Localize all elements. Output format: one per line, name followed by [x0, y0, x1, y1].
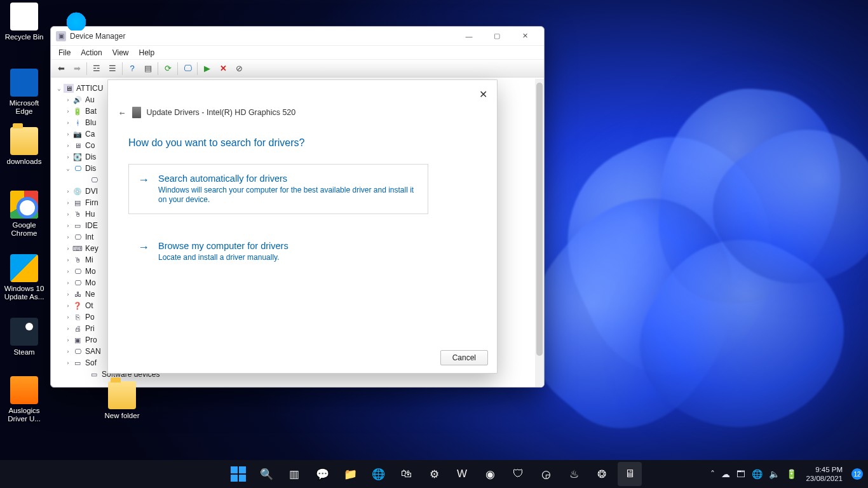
microsoft-edge-icon	[10, 69, 38, 97]
notification-badge[interactable]: 12	[851, 468, 863, 480]
downloads-folder-icon	[10, 127, 38, 155]
tray-icon-1[interactable]: 🗔	[736, 469, 745, 479]
titlebar[interactable]: ▣ Device Manager — ▢ ✕	[51, 27, 544, 46]
maximize-button[interactable]: ▢	[483, 27, 511, 46]
taskbar-auslogics[interactable]: ◶	[534, 462, 558, 486]
taskbar-microsoft-edge[interactable]: 🌐	[366, 462, 390, 486]
icon-label: Microsoft Edge	[1, 99, 47, 116]
option-title: Browse my computer for drivers	[158, 241, 419, 251]
menu-view[interactable]: View	[107, 47, 134, 58]
desktop-icon-microsoft-edge[interactable]: Microsoft Edge	[1, 69, 47, 116]
taskbar-microsoft-store[interactable]: 🛍	[394, 462, 418, 486]
back-arrow-icon[interactable]: ←	[119, 107, 125, 118]
clock[interactable]: 9:45 PM 23/08/2021	[803, 465, 845, 483]
properties-button[interactable]: ▤	[140, 62, 156, 76]
desktop-icon-downloads-folder[interactable]: downloads	[1, 127, 47, 166]
option-description: Locate and install a driver manually.	[158, 253, 419, 262]
taskbar-settings[interactable]: ⚙	[422, 462, 446, 486]
new-folder-icon	[108, 381, 136, 409]
taskbar-google-chrome[interactable]: ◉	[478, 462, 502, 486]
device-icon	[132, 107, 141, 118]
cancel-button[interactable]: Cancel	[440, 350, 488, 365]
desktop-icon-windows-update-assistant[interactable]: Windows 10 Update As...	[1, 254, 47, 301]
google-chrome-icon	[10, 191, 38, 219]
option-search-automatically[interactable]: → Search automatically for drivers Windo…	[128, 164, 428, 214]
arrow-right-icon: →	[138, 241, 149, 254]
toolbar[interactable]: ⬅ ➡ ☲ ☰ ? ▤ ⟳ 🖵 ▶ ✕ ⊘	[51, 60, 544, 78]
taskbar-security[interactable]: 🛡	[506, 462, 530, 486]
taskbar-search[interactable]: 🔍	[254, 462, 278, 486]
taskbar-center: 🔍▥💬📁🌐🛍⚙W◉🛡◶♨❂🖥	[226, 460, 642, 488]
icon-label: Auslogics Driver U...	[1, 407, 47, 423]
option-description: Windows will search your computer for th…	[158, 186, 419, 205]
menu-help[interactable]: Help	[134, 47, 160, 58]
forward-button[interactable]: ➡	[69, 62, 85, 76]
scrollbar[interactable]	[535, 79, 544, 387]
tray-icon-2[interactable]: 🌐	[752, 469, 763, 479]
taskbar-steam[interactable]: ❂	[590, 462, 614, 486]
icon-label: Google Chrome	[1, 221, 47, 238]
taskbar-flame-app[interactable]: ♨	[562, 462, 586, 486]
icon-label: Windows 10 Update As...	[1, 285, 47, 301]
menu-action[interactable]: Action	[76, 47, 107, 58]
taskbar-start[interactable]	[226, 462, 250, 486]
taskbar[interactable]: 🔍▥💬📁🌐🛍⚙W◉🛡◶♨❂🖥 ˄ ☁🗔🌐🔈🔋 9:45 PM 23/08/202…	[0, 460, 868, 488]
icon-label: downloads	[1, 158, 47, 166]
desktop-icon-recycle-bin[interactable]: Recycle Bin	[1, 3, 47, 41]
arrow-right-icon: →	[138, 173, 149, 187]
flame-app-icon	[62, 3, 90, 30]
icon-label: Steam	[1, 348, 47, 356]
steam-icon	[10, 318, 38, 346]
scan-hardware-button[interactable]: 🖵	[180, 62, 195, 76]
taskbar-file-explorer[interactable]: 📁	[338, 462, 362, 486]
desktop-icon-new-folder[interactable]: New folder	[99, 381, 145, 420]
tray-icon-4[interactable]: 🔋	[786, 469, 797, 479]
taskbar-word[interactable]: W	[450, 462, 474, 486]
system-tray[interactable]: ˄ ☁🗔🌐🔈🔋 9:45 PM 23/08/2021 12	[710, 460, 863, 488]
back-button[interactable]: ⬅	[53, 62, 69, 76]
auslogics-driver-updater-icon	[10, 376, 38, 404]
desktop-icon-flame-app[interactable]	[53, 3, 99, 33]
close-button[interactable]: ✕	[511, 27, 539, 46]
taskbar-chat[interactable]: 💬	[310, 462, 334, 486]
desktop-icon-steam[interactable]: Steam	[1, 318, 47, 356]
disable-device-button[interactable]: ⊘	[231, 62, 247, 76]
start-icon	[231, 466, 246, 482]
dialog-heading: How do you want to search for drivers?	[128, 137, 304, 149]
scrollbar-thumb[interactable]	[536, 83, 543, 356]
wallpaper-bloom-art	[496, 51, 868, 458]
taskbar-device-manager[interactable]: 🖥	[618, 462, 642, 486]
clock-time: 9:45 PM	[806, 465, 843, 474]
desktop-icon-auslogics-driver-updater[interactable]: Auslogics Driver U...	[1, 376, 47, 423]
windows-update-assistant-icon	[10, 254, 38, 282]
menu-file[interactable]: File	[53, 47, 76, 58]
update-drivers-dialog[interactable]: ✕ ← Update Drivers - Intel(R) HD Graphic…	[107, 79, 498, 374]
view-button[interactable]: ☰	[105, 62, 120, 76]
dialog-close-button[interactable]: ✕	[474, 85, 492, 103]
menubar[interactable]: FileActionViewHelp	[51, 46, 544, 60]
option-browse-computer[interactable]: → Browse my computer for drivers Locate …	[128, 231, 428, 272]
minimize-button[interactable]: —	[455, 27, 483, 46]
clock-date: 23/08/2021	[806, 474, 843, 483]
option-title: Search automatically for drivers	[158, 173, 419, 184]
tray-icon-3[interactable]: 🔈	[769, 469, 780, 479]
uninstall-device-button[interactable]: ✕	[215, 62, 231, 76]
dialog-breadcrumb: ← Update Drivers - Intel(R) HD Graphics …	[119, 107, 295, 118]
update-driver-button[interactable]: ⟳	[160, 62, 175, 76]
show-hidden-button[interactable]: ☲	[89, 62, 104, 76]
enable-device-button[interactable]: ▶	[200, 62, 215, 76]
help-button[interactable]: ?	[125, 62, 140, 76]
tray-overflow-chevron[interactable]: ˄	[710, 469, 715, 479]
recycle-bin-icon	[10, 3, 38, 30]
desktop-icon-google-chrome[interactable]: Google Chrome	[1, 191, 47, 238]
icon-label: New folder	[99, 412, 145, 420]
tray-icon-0[interactable]: ☁	[721, 469, 730, 479]
taskbar-task-view[interactable]: ▥	[282, 462, 306, 486]
breadcrumb-text: Update Drivers - Intel(R) HD Graphics 52…	[146, 108, 295, 117]
icon-label: Recycle Bin	[1, 33, 47, 41]
